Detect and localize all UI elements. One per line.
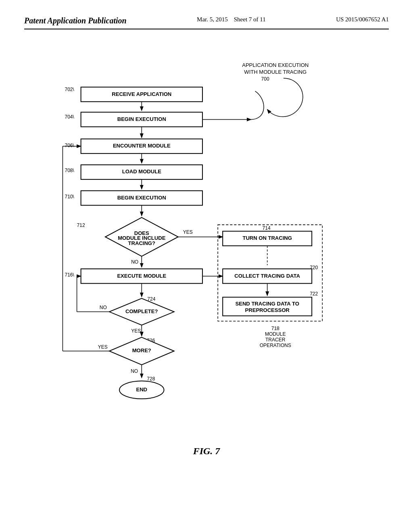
loop-arrow-700 bbox=[267, 78, 303, 117]
header-patent-number: US 2015/0067652 A1 bbox=[336, 16, 389, 23]
label-708: 708\ bbox=[65, 168, 74, 173]
module-tracer-text2: TRACER bbox=[265, 337, 286, 343]
yes-label-diamond: YES bbox=[183, 229, 193, 235]
begin-execution-1-text: BEGIN EXECUTION bbox=[117, 116, 166, 122]
label-712: 712 bbox=[77, 222, 85, 228]
label-714: 714 bbox=[263, 225, 271, 231]
yes2-label: YES bbox=[131, 328, 141, 334]
no3-label: NO bbox=[131, 368, 138, 374]
collect-tracing-text: COLLECT TRACING DATA bbox=[234, 273, 300, 279]
label-706: 706\ bbox=[65, 143, 74, 148]
label-716: 716\ bbox=[65, 272, 74, 278]
module-tracer-text1: MODULE bbox=[265, 331, 286, 337]
diamond-tracing-text3: TRACING? bbox=[128, 240, 155, 246]
diamond-more-text: MORE? bbox=[132, 347, 151, 353]
encounter-module-text: ENCOUNTER MODULE bbox=[113, 143, 171, 149]
diagram-title-line2: WITH MODULE TRACING bbox=[244, 69, 307, 75]
send-tracing-text1: SEND TRACING DATA TO bbox=[236, 301, 299, 307]
yes3-label: YES bbox=[98, 344, 108, 350]
label-700: 700 bbox=[261, 76, 269, 82]
module-tracer-text3: OPERATIONS bbox=[260, 343, 291, 348]
page: Patent Application Publication Mar. 5, 2… bbox=[0, 0, 413, 532]
label-718: 718 bbox=[271, 326, 280, 331]
label-702: 702\ bbox=[65, 87, 74, 92]
turn-on-tracing-text: TURN ON TRACING bbox=[242, 235, 292, 241]
label-704: 704\ bbox=[65, 114, 74, 120]
diagram-area: APPLICATION EXECUTION WITH MODULE TRACIN… bbox=[24, 37, 389, 481]
send-tracing-text2: PREPROCESSOR bbox=[245, 307, 290, 313]
header-publication-label: Patent Application Publication bbox=[24, 16, 127, 25]
diagram-title-line1: APPLICATION EXECUTION bbox=[242, 62, 309, 68]
header: Patent Application Publication Mar. 5, 2… bbox=[24, 16, 389, 29]
load-module-text: LOAD MODULE bbox=[122, 168, 161, 175]
execute-module-text: EXECUTE MODULE bbox=[117, 273, 166, 279]
receive-application-text: RECEIVE APPLICATION bbox=[112, 91, 171, 97]
label-722: 722 bbox=[310, 291, 318, 297]
begin-execution-2-text: BEGIN EXECUTION bbox=[117, 195, 166, 201]
end-text: END bbox=[136, 387, 148, 393]
header-date-sheet: Mar. 5, 2015 Sheet 7 of 11 bbox=[197, 16, 266, 23]
flowchart-svg: APPLICATION EXECUTION WITH MODULE TRACIN… bbox=[24, 37, 389, 481]
label-710: 710\ bbox=[65, 194, 74, 200]
curve-begin1 bbox=[251, 91, 264, 119]
diamond-complete-text: COMPLETE? bbox=[125, 308, 158, 314]
no2-label: NO bbox=[100, 305, 107, 310]
fig-label: FIG. 7 bbox=[193, 446, 220, 457]
no-label-diamond: NO bbox=[131, 259, 138, 265]
